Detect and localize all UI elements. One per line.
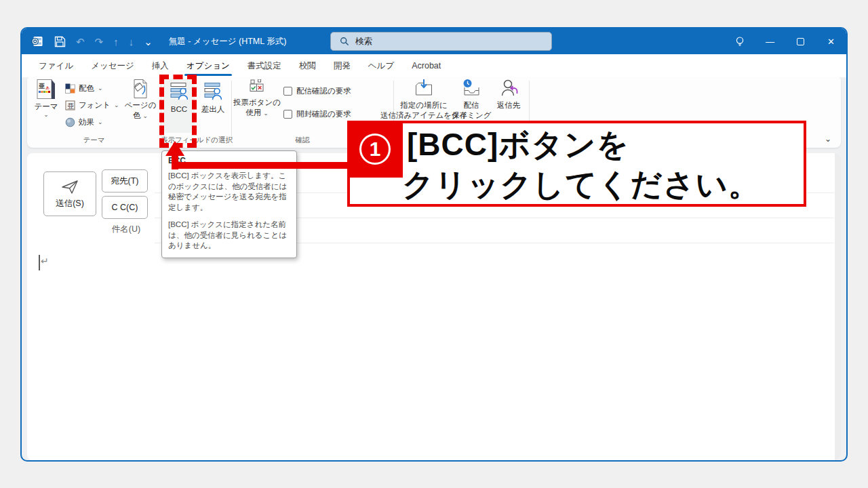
step-number-badge: 1 <box>347 121 403 178</box>
direct-replies-to-button[interactable]: 返信先 <box>492 79 525 110</box>
maximize-button[interactable] <box>785 28 816 54</box>
window-title: 無題 - メッセージ (HTML 形式) <box>169 36 287 47</box>
tab-message[interactable]: メッセージ <box>82 54 143 77</box>
chevron-down-icon: ⌄ <box>143 113 149 119</box>
theme-effects-label: 効果 <box>79 117 94 127</box>
close-button[interactable]: ✕ <box>816 28 846 54</box>
cc-button[interactable]: C C(C) <box>102 196 148 219</box>
voting-label-line2: 使用 <box>245 108 261 117</box>
delay-delivery-label-line1: 配信 <box>464 100 479 110</box>
guide-connector-line <box>172 162 349 169</box>
tab-insert[interactable]: 挿入 <box>143 54 178 77</box>
tab-help[interactable]: ヘルプ <box>359 54 403 77</box>
maximize-icon <box>797 38 804 45</box>
from-button[interactable]: 差出人 <box>196 79 230 115</box>
theme-fonts-button[interactable]: 亜 フォント ⌄ <box>65 97 119 113</box>
read-receipt-checkbox[interactable]: 開封確認の要求 <box>283 109 351 119</box>
search-icon <box>340 37 349 46</box>
save-sent-item-button[interactable]: 指定の場所に 送信済みアイテムを保存 <box>397 79 450 121</box>
callout-text-line2: クリックしてください。 <box>402 164 760 206</box>
direct-replies-to-label: 返信先 <box>497 100 521 110</box>
minimize-button[interactable]: — <box>755 28 785 54</box>
svg-text:ぁ: ぁ <box>45 85 50 90</box>
voting-buttons-button[interactable]: 投票ボタンの 使用 ⌄ <box>235 79 279 118</box>
from-label: 差出人 <box>201 104 225 115</box>
ribbon-tab-row: ファイル メッセージ 挿入 オプション 書式設定 校閲 開発 ヘルプ Acrob… <box>22 54 846 77</box>
direct-replies-to-icon <box>500 79 518 98</box>
theme-effects-icon <box>65 117 75 127</box>
callout-text-line1: [BCC]ボタンを <box>407 124 629 166</box>
instruction-callout: 1 [BCC]ボタンを クリックしてください。 <box>347 121 806 207</box>
theme-fonts-icon: 亜 <box>65 100 75 110</box>
delivery-receipt-label: 配信確認の要求 <box>296 86 351 96</box>
theme-fonts-label: フォント <box>79 100 111 110</box>
themes-button[interactable]: 亜 ぁ テーマ ⌄ <box>30 79 62 117</box>
page-color-button[interactable]: ページの 色 ⌄ <box>121 79 160 121</box>
save-sent-label-line1: 指定の場所に <box>400 100 448 110</box>
tab-acrobat[interactable]: Acrobat <box>403 54 450 77</box>
chevron-down-icon: ⌄ <box>43 112 49 117</box>
move-up-icon[interactable]: ↑ <box>113 37 119 47</box>
svg-text:亜: 亜 <box>67 102 74 109</box>
paragraph-return-mark: ↵ <box>41 256 49 266</box>
chevron-down-icon: ⌄ <box>98 85 103 91</box>
delivery-receipt-checkbox[interactable]: 配信確認の要求 <box>283 86 351 96</box>
tab-developer[interactable]: 開発 <box>325 54 359 77</box>
tooltip-body-2: [BCC] ボックスに指定された名前は、他の受信者に見られることはありません。 <box>168 220 290 251</box>
theme-colors-icon <box>65 83 75 94</box>
read-receipt-label: 開封確認の要求 <box>296 109 351 119</box>
quick-access-toolbar: ↶ ↷ ↑ ↓ ⌄ <box>22 35 153 48</box>
chevron-down-icon: ⌄ <box>114 102 119 108</box>
outlook-message-window: ↶ ↷ ↑ ↓ ⌄ 無題 - メッセージ (HTML 形式) 検索 <box>20 27 848 462</box>
delay-delivery-icon <box>462 79 481 98</box>
from-icon <box>204 82 222 100</box>
themes-icon: 亜 ぁ <box>36 79 56 102</box>
guide-arrow-head <box>165 141 184 156</box>
vertical-scrollbar[interactable] <box>835 153 841 460</box>
text-cursor <box>39 255 40 270</box>
undo-icon[interactable]: ↶ <box>76 37 85 47</box>
page-color-label-line1: ページの <box>125 100 157 110</box>
chevron-down-icon: ⌄ <box>263 110 269 117</box>
to-button[interactable]: 宛先(T) <box>102 169 148 192</box>
voting-buttons-icon <box>249 79 265 95</box>
tab-review[interactable]: 校閲 <box>290 54 325 77</box>
redo-icon[interactable]: ↷ <box>95 37 104 47</box>
title-bar: ↶ ↷ ↑ ↓ ⌄ 無題 - メッセージ (HTML 形式) 検索 <box>22 28 846 54</box>
search-input[interactable]: 検索 <box>330 32 552 51</box>
theme-effects-button[interactable]: 効果 ⌄ <box>65 114 103 130</box>
page-color-label-line2: 色 <box>133 111 141 119</box>
group-label-theme: テーマ <box>27 136 161 145</box>
tab-format-text[interactable]: 書式設定 <box>239 54 290 77</box>
save-sent-item-icon <box>414 79 433 98</box>
bcc-highlight-dashed-box <box>159 75 197 148</box>
group-separator <box>231 81 232 136</box>
delay-delivery-label-line2: タイミング <box>452 110 492 121</box>
tooltip-body-1: [BCC] ボックスを表示します。このボックスには、他の受信者には秘密でメッセー… <box>168 171 290 213</box>
svg-text:亜: 亜 <box>39 83 45 89</box>
search-placeholder: 検索 <box>355 36 372 47</box>
themes-label: テーマ <box>34 102 58 112</box>
send-icon <box>60 179 79 195</box>
delay-delivery-button[interactable]: 配信 タイミング <box>453 79 490 121</box>
page-color-icon <box>131 79 150 100</box>
chevron-down-icon: ⌄ <box>98 119 103 125</box>
tips-lightbulb-icon[interactable] <box>724 28 755 54</box>
collapse-ribbon-chevron-icon[interactable]: ⌄ <box>825 134 831 144</box>
outlook-app-icon <box>31 35 44 48</box>
tab-options[interactable]: オプション <box>178 54 239 77</box>
window-controls: — ✕ <box>724 28 846 54</box>
tab-file[interactable]: ファイル <box>30 54 82 77</box>
theme-colors-button[interactable]: 配色 ⌄ <box>65 80 103 96</box>
save-icon[interactable] <box>54 36 66 47</box>
theme-colors-label: 配色 <box>79 83 94 94</box>
voting-label-line1: 投票ボタンの <box>233 98 281 108</box>
step-number: 1 <box>359 134 391 165</box>
checkbox-icon <box>283 87 292 96</box>
send-label: 送信(S) <box>56 198 84 209</box>
customize-toolbar-chevron-icon[interactable]: ⌄ <box>144 37 153 47</box>
move-down-icon[interactable]: ↓ <box>129 37 134 47</box>
checkbox-icon <box>283 110 292 119</box>
subject-label: 件名(U) <box>103 224 149 235</box>
send-button[interactable]: 送信(S) <box>43 171 96 216</box>
